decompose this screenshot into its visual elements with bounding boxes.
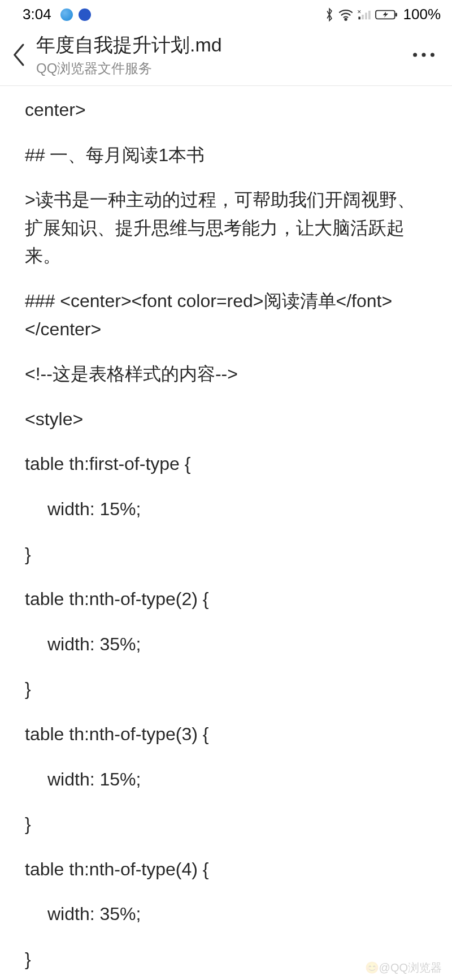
content-line: ### <center><font color=red>阅读清单</font><…	[25, 287, 427, 343]
svg-point-10	[431, 53, 434, 57]
status-time: 3:04	[23, 6, 51, 23]
back-button[interactable]	[6, 38, 33, 72]
content-line: >读书是一种主动的过程，可帮助我们开阔视野、扩展知识、提升思维与思考能力，让大脑…	[25, 186, 427, 270]
svg-point-0	[345, 18, 346, 20]
svg-rect-7	[395, 12, 397, 16]
content-line: }	[25, 541, 427, 569]
content-line: <!--这是表格样式的内容-->	[25, 360, 427, 388]
file-title: 年度自我提升计划.md	[36, 32, 407, 58]
content-line: table th:first-of-type {	[25, 450, 427, 478]
app-icon-1	[60, 8, 73, 21]
watermark: 😊@QQ浏览器	[365, 960, 442, 975]
more-icon	[411, 51, 436, 58]
battery-percent: 100%	[403, 6, 441, 23]
content-line: width: 15%;	[25, 495, 427, 524]
content-line: table th:nth-of-type(2) {	[25, 585, 427, 614]
svg-point-9	[421, 53, 425, 57]
svg-text:✕: ✕	[357, 8, 362, 15]
header-bar: 年度自我提升计划.md QQ浏览器文件服务	[0, 28, 452, 86]
content-line: ## 一、每月阅读1本书	[25, 141, 427, 170]
content-line: }	[25, 810, 427, 839]
content-line: <style>	[25, 405, 427, 434]
wifi-icon	[338, 8, 354, 21]
content-line: }	[25, 675, 427, 703]
content-line: width: 35%;	[25, 631, 427, 659]
document-content[interactable]: center> ## 一、每月阅读1本书 >读书是一种主动的过程，可帮助我们开阔…	[0, 86, 452, 973]
content-line: width: 15%;	[25, 766, 427, 794]
content-line: width: 35%;	[25, 900, 427, 929]
svg-rect-3	[362, 15, 364, 19]
battery-icon	[375, 8, 399, 21]
more-button[interactable]	[407, 38, 441, 72]
svg-rect-2	[358, 16, 360, 19]
app-icon-2	[79, 8, 91, 21]
content-line: center>	[25, 96, 427, 124]
file-subtitle: QQ浏览器文件服务	[36, 59, 407, 77]
content-line: table th:nth-of-type(3) {	[25, 720, 427, 749]
status-bar: 3:04 ✕	[0, 0, 452, 28]
svg-rect-4	[365, 12, 367, 19]
signal-icon: ✕	[357, 8, 372, 21]
status-right: ✕ 100%	[324, 6, 441, 23]
svg-rect-5	[368, 10, 371, 19]
svg-point-8	[413, 53, 417, 57]
status-left: 3:04	[23, 6, 91, 23]
chevron-left-icon	[11, 42, 28, 67]
content-line: table th:nth-of-type(4) {	[25, 856, 427, 884]
title-block: 年度自我提升计划.md QQ浏览器文件服务	[33, 32, 407, 77]
bluetooth-icon	[324, 7, 334, 22]
